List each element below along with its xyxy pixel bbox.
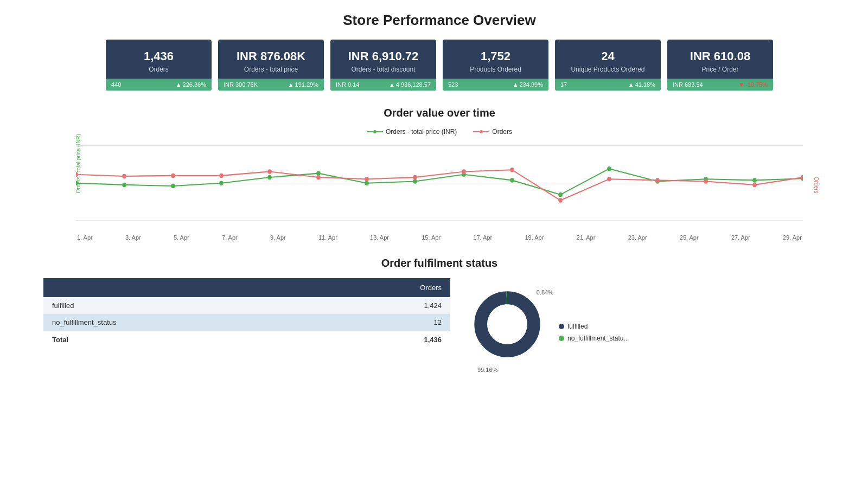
donut-legend: fulfilled no_fulfillment_statu...: [559, 323, 629, 342]
svg-point-35: [365, 177, 369, 182]
svg-point-42: [704, 179, 708, 184]
svg-point-36: [413, 175, 417, 180]
legend-item-orders: Orders: [473, 128, 512, 136]
kpi-footer-left: INR 300.76K: [224, 81, 258, 88]
table-cell-orders: 1,424: [319, 297, 450, 314]
kpi-card-total-price: INR 876.08K Orders - total price INR 300…: [218, 40, 324, 91]
chart-area-wrapper: Orders - total price (INR) Orders 48k 24…: [76, 140, 803, 241]
table-cell-status: fulfilled: [43, 297, 319, 314]
donut-chart: 0.84% 99.16%: [472, 289, 548, 376]
kpi-value: 1,436: [112, 49, 205, 63]
kpi-value: 1,752: [449, 49, 542, 63]
kpi-main: INR 610.08 Price / Order: [667, 40, 773, 79]
line-chart-svg: 48k 24k 0 80 40 0: [76, 140, 803, 232]
kpi-card-unique-products: 24 Unique Products Ordered 17 ▲41.18%: [555, 40, 661, 91]
svg-point-47: [487, 304, 527, 344]
arrow-up-icon: ▲: [176, 81, 182, 88]
kpi-main: 1,752 Products Ordered: [443, 40, 548, 79]
kpi-footer-right: ▲234.99%: [513, 81, 543, 88]
kpi-footer: 523 ▲234.99%: [443, 79, 548, 91]
kpi-card-products-ordered: 1,752 Products Ordered 523 ▲234.99%: [443, 40, 548, 91]
arrow-up-icon: ▲: [628, 81, 634, 88]
x-axis-labels: 1. Apr 3. Apr 5. Apr 7. Apr 9. Apr 11. A…: [76, 234, 803, 241]
svg-point-38: [510, 168, 514, 172]
arrow-up-icon: ▲: [288, 81, 294, 88]
kpi-main: 1,436 Orders: [106, 40, 212, 79]
svg-point-27: [752, 178, 757, 183]
table-row: no_fulfillment_status 12: [43, 314, 450, 331]
table-cell-status: no_fulfillment_status: [43, 314, 319, 331]
svg-point-20: [413, 179, 417, 184]
kpi-footer-left: 17: [560, 81, 567, 88]
arrow-up-icon: ▲: [389, 81, 395, 88]
svg-point-1: [373, 130, 376, 133]
kpi-footer: INR 0.14 ▲4,936,128.57: [330, 79, 436, 91]
donut-legend-fulfilled: fulfilled: [559, 323, 629, 330]
table-total-label: Total: [43, 331, 319, 349]
svg-point-33: [267, 169, 272, 174]
table-total-value: 1,436: [319, 331, 450, 349]
svg-point-43: [752, 183, 757, 188]
fulfillment-table-wrap: Orders fulfilled 1,424 no_fulfillment_st…: [43, 278, 450, 348]
svg-point-31: [171, 174, 175, 178]
kpi-footer-right: ▲226.36%: [176, 81, 206, 88]
svg-point-24: [607, 166, 611, 171]
svg-point-13: [76, 181, 78, 185]
kpi-footer: INR 683.54 ▼-10.75%: [667, 79, 773, 91]
kpi-footer-right: ▲191.29%: [288, 81, 318, 88]
kpi-label: Price / Order: [674, 66, 767, 73]
kpi-footer-left: 523: [448, 81, 458, 88]
kpi-footer-right: ▼-10.75%: [738, 81, 768, 88]
donut-svg: [472, 289, 542, 359]
chart-wrapper: 48k 24k 0 80 40 0: [76, 140, 803, 232]
donut-label-bottom: 99.16%: [477, 367, 497, 373]
kpi-main: INR 876.08K Orders - total price: [218, 40, 324, 79]
svg-point-37: [462, 169, 466, 174]
kpi-footer-right: ▲4,936,128.57: [389, 81, 431, 88]
donut-legend-no-fulfillment: no_fulfillment_statu...: [559, 335, 629, 342]
fulfillment-content: Orders fulfilled 1,424 no_fulfillment_st…: [43, 278, 835, 376]
kpi-card-orders: 1,436 Orders 440 ▲226.36%: [106, 40, 212, 91]
svg-point-14: [122, 183, 126, 188]
svg-point-30: [122, 174, 126, 179]
donut-wrap: 0.84% 99.16% fulfilled no_fulfillment_st…: [472, 278, 835, 376]
table-cell-orders: 12: [319, 314, 450, 331]
fulfillment-table: Orders fulfilled 1,424 no_fulfillment_st…: [43, 278, 450, 348]
chart-section: Order value over time Orders - total pri…: [43, 107, 835, 241]
kpi-label: Orders - total price: [225, 66, 317, 73]
svg-point-41: [655, 178, 660, 183]
chart-title: Order value over time: [43, 107, 835, 119]
kpi-main: 24 Unique Products Ordered: [555, 40, 661, 79]
kpi-footer: INR 300.76K ▲191.29%: [218, 79, 324, 91]
kpi-footer: 440 ▲226.36%: [106, 79, 212, 91]
kpi-row: 1,436 Orders 440 ▲226.36% INR 876.08K Or…: [43, 40, 835, 91]
kpi-value: 24: [561, 49, 654, 63]
page-title: Store Performance Overview: [43, 5, 835, 40]
kpi-main: INR 6,910.72 Orders - total discount: [330, 40, 436, 79]
legend-label-orders: Orders: [492, 128, 512, 136]
no-fulfillment-label: no_fulfillment_statu...: [567, 335, 629, 342]
svg-point-3: [480, 130, 483, 133]
table-header-status: [43, 278, 319, 297]
arrow-down-icon: ▼: [738, 81, 744, 88]
svg-point-34: [316, 175, 321, 180]
kpi-value: INR 610.08: [674, 49, 767, 63]
kpi-label: Orders - total discount: [337, 66, 430, 73]
svg-point-19: [365, 181, 369, 185]
svg-point-15: [171, 184, 175, 189]
page-container: Store Performance Overview 1,436 Orders …: [0, 0, 868, 408]
table-row: fulfilled 1,424: [43, 297, 450, 314]
svg-point-40: [607, 177, 611, 182]
svg-point-17: [267, 175, 272, 180]
kpi-label: Orders: [112, 66, 205, 73]
kpi-label: Products Ordered: [449, 66, 542, 73]
legend-item-price: Orders - total price (INR): [367, 128, 457, 136]
kpi-card-total-discount: INR 6,910.72 Orders - total discount INR…: [330, 40, 436, 91]
svg-point-16: [219, 181, 224, 185]
kpi-card-price-per-order: INR 610.08 Price / Order INR 683.54 ▼-10…: [667, 40, 773, 91]
svg-point-39: [558, 198, 563, 203]
kpi-footer-left: INR 683.54: [673, 81, 703, 88]
y-axis-right-label: Orders: [813, 177, 819, 194]
fulfilled-label: fulfilled: [567, 323, 588, 330]
legend-label-price: Orders - total price (INR): [386, 128, 457, 136]
